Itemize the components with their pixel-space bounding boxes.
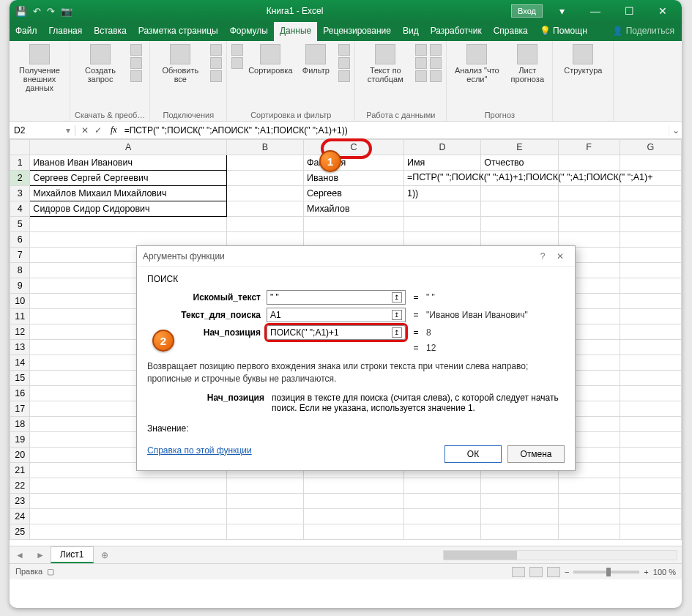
tab-home[interactable]: Главная — [43, 22, 89, 41]
cell[interactable] — [304, 509, 404, 524]
cell[interactable] — [481, 186, 558, 201]
cell[interactable] — [558, 186, 620, 201]
outline-button[interactable]: Структура — [557, 44, 609, 75]
cell[interactable] — [226, 155, 303, 171]
cell[interactable] — [403, 524, 480, 540]
minimize-button[interactable]: — — [581, 5, 610, 17]
cell[interactable] — [620, 509, 681, 524]
row-header[interactable]: 14 — [10, 355, 30, 371]
cell[interactable] — [620, 201, 681, 217]
cell[interactable] — [403, 478, 480, 494]
cell[interactable]: Иванов — [304, 171, 404, 186]
cell[interactable] — [481, 478, 558, 494]
function-help-link[interactable]: Справка по этой функции — [147, 445, 252, 456]
cell[interactable] — [620, 524, 681, 540]
cell[interactable] — [620, 232, 681, 248]
save-icon[interactable]: 💾 — [15, 6, 27, 17]
cell[interactable] — [558, 155, 620, 171]
arg1-collapse-icon[interactable]: ↥ — [392, 292, 402, 303]
cell[interactable]: =ПСТР(" ";ПОИСК(" ";A1)+1;ПОИСК(" ";A1;П… — [403, 171, 480, 186]
row-header[interactable]: 1 — [10, 155, 30, 171]
cell[interactable] — [403, 201, 480, 217]
cell[interactable] — [620, 401, 681, 417]
recent-sources-icon[interactable] — [130, 70, 142, 82]
cell[interactable] — [226, 524, 303, 540]
sort-desc-icon[interactable] — [231, 57, 243, 69]
select-all-button[interactable] — [10, 140, 30, 155]
row-header[interactable]: 17 — [10, 401, 30, 417]
tab-formulas[interactable]: Формулы — [224, 22, 274, 41]
cell[interactable] — [558, 478, 620, 494]
row-header[interactable]: 10 — [10, 294, 30, 309]
row-header[interactable]: 5 — [10, 217, 30, 232]
row-header[interactable]: 13 — [10, 340, 30, 355]
cell[interactable] — [226, 217, 303, 232]
cell[interactable] — [226, 509, 303, 524]
arg2-collapse-icon[interactable]: ↥ — [392, 310, 402, 320]
cell[interactable] — [620, 294, 681, 309]
cell[interactable] — [620, 340, 681, 355]
relationships-icon[interactable] — [430, 57, 442, 69]
get-external-data-button[interactable]: Получение внешних данных — [14, 44, 65, 92]
row-header[interactable]: 22 — [10, 478, 30, 494]
arg3-collapse-icon[interactable]: ↥ — [392, 327, 402, 338]
cell[interactable] — [30, 478, 226, 494]
flash-fill-icon[interactable] — [415, 44, 427, 56]
sheet-nav-prev[interactable]: ◄ — [10, 550, 30, 560]
row-header[interactable]: 24 — [10, 509, 30, 524]
show-queries-icon[interactable] — [130, 44, 142, 56]
fx-icon[interactable]: fx — [108, 125, 120, 136]
cell[interactable]: Имя — [403, 155, 480, 171]
tab-page-layout[interactable]: Разметка страницы — [133, 22, 224, 41]
tab-developer[interactable]: Разработчик — [425, 22, 488, 41]
zoom-out-button[interactable]: − — [565, 568, 569, 576]
zoom-in-button[interactable]: + — [644, 568, 648, 576]
cell[interactable] — [620, 217, 681, 232]
edit-links-icon[interactable] — [210, 70, 222, 82]
cell[interactable]: Михайлов — [304, 201, 404, 217]
row-header[interactable]: 8 — [10, 263, 30, 278]
tab-help[interactable]: Справка — [488, 22, 534, 41]
row-header[interactable]: 15 — [10, 371, 30, 386]
cell[interactable] — [620, 278, 681, 294]
new-sheet-button[interactable]: ⊕ — [94, 550, 116, 560]
cell[interactable] — [620, 324, 681, 340]
sign-in-button[interactable]: Вход — [511, 4, 543, 18]
cell[interactable] — [620, 448, 681, 463]
col-header-g[interactable]: G — [620, 140, 681, 155]
tab-data[interactable]: Данные — [274, 22, 317, 41]
cell[interactable] — [620, 494, 681, 509]
row-header[interactable]: 16 — [10, 386, 30, 401]
text-to-columns-button[interactable]: Текст по столбцам — [360, 44, 411, 84]
cancel-button[interactable]: Отмена — [507, 445, 565, 463]
row-header[interactable]: 18 — [10, 417, 30, 432]
cell[interactable] — [558, 217, 620, 232]
cell[interactable] — [481, 524, 558, 540]
cell[interactable] — [403, 494, 480, 509]
row-header[interactable]: 3 — [10, 186, 30, 201]
name-box[interactable]: D2▾ — [10, 125, 75, 136]
cell[interactable] — [481, 494, 558, 509]
close-button[interactable]: ✕ — [648, 5, 677, 17]
cell[interactable] — [226, 494, 303, 509]
reapply-icon[interactable] — [338, 57, 350, 69]
dialog-close-icon[interactable]: ✕ — [551, 251, 569, 261]
cell[interactable] — [30, 524, 226, 540]
cell[interactable] — [403, 509, 480, 524]
advanced-filter-icon[interactable] — [338, 70, 350, 82]
what-if-button[interactable]: Анализ "что если" — [451, 44, 502, 84]
tell-me[interactable]: 💡 Помощн — [534, 22, 593, 41]
cell[interactable]: Сидоров Сидор Сидорович — [30, 201, 226, 217]
col-header-e[interactable]: E — [481, 140, 558, 155]
arg1-input[interactable]: " "↥ — [267, 290, 406, 305]
cell[interactable] — [226, 478, 303, 494]
row-header[interactable]: 12 — [10, 324, 30, 340]
filter-button[interactable]: Фильтр — [297, 44, 334, 75]
cancel-formula-icon[interactable]: ✕ — [81, 125, 89, 136]
cell[interactable] — [558, 201, 620, 217]
refresh-all-button[interactable]: Обновить все — [155, 44, 206, 84]
cell[interactable] — [226, 171, 303, 186]
cell[interactable] — [620, 478, 681, 494]
formula-input[interactable]: =ПСТР(" ";ПОИСК(" ";AПОИСК" ";A1;ПОИСК("… — [120, 125, 669, 136]
col-header-d[interactable]: D — [403, 140, 480, 155]
